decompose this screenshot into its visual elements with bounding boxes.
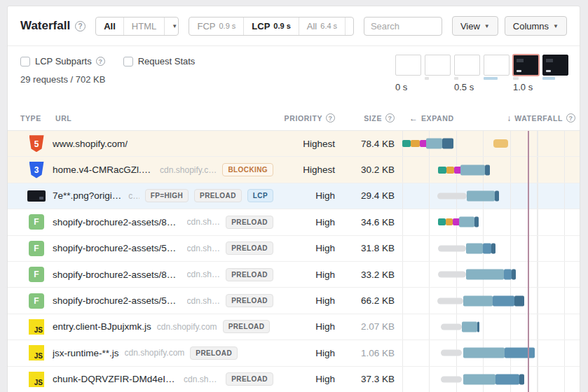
filter-all-time[interactable]: All 6.4 s	[299, 18, 345, 35]
table-row[interactable]: 7e**.png?original…cdn.…FP=HIGHPRELOADLCP…	[8, 183, 580, 209]
metric-filter-caret[interactable]: ▼	[345, 18, 354, 35]
priority-value: Highest	[279, 139, 342, 149]
request-url[interactable]: shopify-brochure2-assets/5e*…	[53, 243, 182, 253]
waterfall-segment-gray[interactable]	[438, 245, 466, 251]
waterfall-segment-mid[interactable]	[483, 243, 491, 253]
help-icon[interactable]: ?	[75, 21, 86, 31]
filter-html[interactable]: HTML	[123, 18, 164, 35]
priority-value: High	[279, 243, 342, 253]
waterfall-segment-light[interactable]	[463, 295, 493, 306]
waterfall-segment-dark[interactable]	[442, 139, 453, 149]
waterfall-segment-light[interactable]	[463, 348, 505, 358]
waterfall-sort[interactable]: ↓ WATERFALL ?	[507, 113, 575, 123]
waterfall-segment-orange[interactable]	[411, 140, 420, 147]
table-row[interactable]: JSchunk-DQRVZFIR-DMd4eIqP.jscdn.shopif…P…	[8, 367, 580, 392]
request-url[interactable]: 7e**.png?original…	[53, 190, 123, 201]
request-url[interactable]: chunk-DQRVZFIR-DMd4eIqP.js	[53, 374, 178, 384]
waterfall-segment-tan[interactable]	[493, 139, 508, 148]
waterfall-segment-mid[interactable]	[495, 374, 519, 384]
filter-all[interactable]: All	[96, 18, 123, 35]
request-stats-checkbox[interactable]: Request Stats	[123, 56, 196, 66]
table-row[interactable]: Fshopify-brochure2-assets/5e*…cdn.sho…PR…	[8, 236, 580, 262]
filter-fcp[interactable]: FCP 0.9 s	[189, 18, 243, 35]
table-row[interactable]: JSjsx-runtime-**.jscdn.shopify.comPRELOA…	[8, 340, 580, 366]
arrow-left-icon: ←	[409, 113, 418, 123]
filmstrip-frame[interactable]	[484, 55, 510, 76]
filter-lcp[interactable]: LCP 0.9 s	[243, 18, 298, 35]
table-row[interactable]: JSentry.client-BJpujxmk.jscdn.shopify.co…	[8, 314, 580, 340]
request-url[interactable]: home.v4-CMRacGZl.css	[53, 164, 154, 175]
request-url[interactable]: shopify-brochure2-assets/59*…	[53, 295, 182, 306]
expand-control[interactable]: ← EXPAND	[409, 113, 454, 123]
request-url[interactable]: shopify-brochure2-assets/85*…	[53, 270, 182, 280]
waterfall-segment-dark[interactable]	[485, 164, 490, 175]
waterfall-segment-light[interactable]	[459, 217, 474, 227]
column-header-type[interactable]: TYPE	[20, 114, 53, 122]
waterfall-segment-light[interactable]	[463, 374, 495, 384]
table-row[interactable]: 3home.v4-CMRacGZl.csscdn.shopify.comBLOC…	[8, 157, 580, 183]
waterfall-segment-mid[interactable]	[504, 270, 512, 280]
type-filter-caret[interactable]: ▼	[164, 18, 179, 35]
table-row[interactable]: 5www.shopify.com/Highest78.4 KB	[8, 131, 580, 157]
table-row[interactable]: Fshopify-brochure2-assets/85*…cdn.sho…PR…	[8, 262, 580, 288]
waterfall-segment-teal[interactable]	[402, 140, 411, 147]
waterfall-segment-dark[interactable]	[491, 243, 495, 253]
request-url[interactable]: shopify-brochure2-assets/8e*…	[53, 217, 182, 227]
help-icon[interactable]: ?	[326, 113, 335, 122]
help-icon[interactable]: ?	[96, 57, 105, 66]
checkbox-box[interactable]	[20, 57, 30, 66]
waterfall-segment-dark[interactable]	[519, 374, 524, 384]
waterfall-segment-orange[interactable]	[446, 167, 454, 174]
request-url[interactable]: entry.client-BJpujxmk.js	[53, 321, 151, 332]
lcp-subparts-checkbox[interactable]: LCP Subparts ?	[20, 56, 105, 66]
view-button[interactable]: View ▼	[452, 16, 498, 36]
waterfall-segment-teal[interactable]	[438, 218, 446, 225]
waterfall-segment-gray[interactable]	[441, 323, 462, 330]
waterfall-segment-light[interactable]	[466, 243, 483, 253]
filter-fcp-value: 0.9 s	[219, 22, 235, 30]
waterfall-segment-dark[interactable]	[512, 270, 516, 280]
table-row[interactable]: Fshopify-brochure2-assets/59*…cdn.sho…PR…	[8, 288, 580, 314]
filmstrip-frame[interactable]	[395, 55, 421, 76]
request-url[interactable]: www.shopify.com/	[53, 139, 128, 149]
waterfall-segment-gray[interactable]	[437, 298, 463, 304]
filmstrip-frame[interactable]	[425, 55, 451, 76]
waterfall-segment-light[interactable]	[466, 270, 504, 280]
waterfall-segment-orange[interactable]	[446, 218, 453, 225]
search-input[interactable]	[364, 17, 442, 36]
waterfall-segment-mid[interactable]	[493, 295, 514, 306]
waterfall-segment-light[interactable]	[426, 139, 442, 149]
help-icon[interactable]: ?	[566, 113, 575, 122]
column-header-url[interactable]: URL	[53, 114, 279, 122]
type-cell: JS	[20, 319, 53, 335]
waterfall-segment-light[interactable]	[462, 321, 477, 332]
waterfall-segment-mid[interactable]	[505, 348, 535, 358]
waterfall-segment-light[interactable]	[460, 164, 485, 175]
waterfall-segment-gray[interactable]	[437, 192, 467, 199]
request-url[interactable]: jsx-runtime-**.js	[53, 348, 119, 358]
column-header-priority[interactable]: PRIORITY ?	[279, 113, 342, 122]
url-cell: home.v4-CMRacGZl.csscdn.shopify.comBLOCK…	[53, 163, 279, 176]
waterfall-segment-dark[interactable]	[477, 321, 479, 332]
request-domain: cdn.shopify.com	[157, 322, 217, 332]
waterfall-segment-dark[interactable]	[514, 295, 524, 306]
help-icon[interactable]: ?	[385, 113, 395, 122]
column-header-size[interactable]: SIZE ?	[342, 113, 402, 122]
waterfall-segment-light[interactable]	[467, 190, 495, 201]
preload-badge: PRELOAD	[194, 189, 242, 202]
columns-button[interactable]: Columns ▼	[505, 16, 567, 36]
filmstrip-frame[interactable]	[542, 55, 568, 76]
filmstrip-frame[interactable]	[454, 55, 480, 76]
table-row[interactable]: Fshopify-brochure2-assets/8e*…cdn.sho…PR…	[8, 209, 580, 235]
waterfall-segment-teal[interactable]	[438, 167, 446, 174]
subheader: LCP Subparts ? Request Stats 29 requests…	[8, 46, 580, 106]
checkbox-box[interactable]	[123, 57, 133, 66]
waterfall-segment-gray[interactable]	[441, 350, 462, 356]
waterfall-segment-gray[interactable]	[441, 376, 462, 382]
filmstrip-frame-lcp[interactable]	[513, 55, 539, 76]
waterfall-segment-dark[interactable]	[495, 190, 499, 201]
priority-value: High	[279, 348, 342, 358]
waterfall-segment-gray[interactable]	[438, 272, 466, 278]
url-cell: shopify-brochure2-assets/8e*…cdn.sho…PRE…	[53, 216, 279, 229]
waterfall-segment-dark[interactable]	[474, 217, 479, 227]
